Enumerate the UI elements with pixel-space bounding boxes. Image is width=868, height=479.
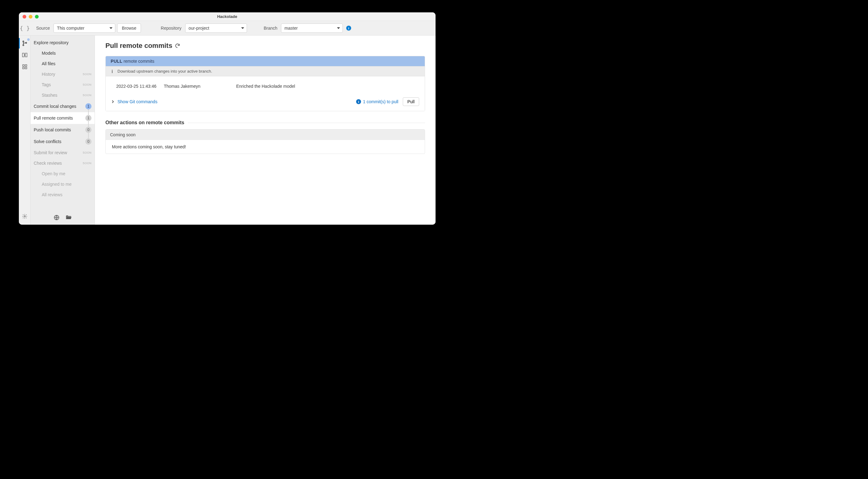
rail-git-icon[interactable] — [19, 37, 31, 49]
badge-push-count: 0 — [85, 127, 92, 133]
svg-point-3 — [23, 44, 24, 46]
nav-assigned-to-me: Assigned to me — [31, 179, 95, 189]
app-window: Hackolade { } Source This computer Brows… — [19, 12, 436, 225]
svg-text:i: i — [348, 26, 349, 30]
body: Explore repository Models All files Hist… — [19, 36, 436, 225]
svg-rect-7 — [23, 65, 24, 66]
svg-rect-8 — [25, 65, 27, 66]
svg-point-2 — [23, 41, 24, 42]
commits-to-pull-info: i 1 commit(s) to pull — [356, 99, 398, 104]
nav-solve-conflicts[interactable]: Solve conflicts 0 — [31, 136, 95, 148]
badge-commit-count: 1 — [85, 103, 92, 109]
source-select-value: This computer — [57, 26, 84, 31]
sidebar-bottom — [31, 211, 95, 225]
branch-label: Branch — [264, 26, 277, 31]
nav-explore[interactable]: Explore repository — [31, 37, 95, 48]
nav-tags: TagsSOON — [31, 79, 95, 90]
pull-button[interactable]: Pull — [403, 97, 419, 106]
source-select[interactable]: This computer — [54, 24, 115, 33]
top-toolbar: { } Source This computer Browse Reposito… — [19, 21, 436, 36]
coming-soon-body: More actions coming soon, stay tuned! — [106, 140, 425, 154]
svg-text:i: i — [358, 100, 359, 103]
badge-conflict-count: 0 — [85, 138, 92, 145]
coming-soon-panel: Coming soon More actions coming soon, st… — [105, 129, 425, 154]
minimize-window-button[interactable] — [29, 15, 32, 19]
pull-panel-header: PULL remote commits — [106, 56, 425, 66]
icon-rail — [19, 36, 31, 225]
browse-button[interactable]: Browse — [117, 24, 141, 33]
branch-info-icon[interactable]: i — [346, 25, 351, 31]
nav-history: HistorySOON — [31, 69, 95, 79]
nav-all-reviews: All reviews — [31, 189, 95, 200]
commit-author: Thomas Jakemeyn — [164, 84, 229, 89]
badge-pull-count: 1 — [85, 115, 92, 121]
nav-pull-remote[interactable]: Pull remote commits 1 — [31, 112, 95, 124]
svg-rect-9 — [23, 67, 24, 69]
other-actions-title: Other actions on remote commits — [105, 120, 425, 125]
info-circle-icon: i — [356, 99, 361, 104]
repository-label: Repository — [161, 26, 182, 31]
commit-row: 2022-03-25 11:43:46 Thomas Jakemeyn Enri… — [106, 76, 425, 94]
svg-point-13 — [112, 69, 113, 70]
nav-submit-review: Submit for reviewSOON — [31, 148, 95, 158]
info-icon — [110, 69, 114, 73]
repository-select-value: our-project — [189, 26, 209, 31]
nav-push-local[interactable]: Push local commits 0 — [31, 124, 95, 136]
titlebar: Hackolade — [19, 12, 436, 21]
pull-panel-body: 2022-03-25 11:43:46 Thomas Jakemeyn Enri… — [106, 76, 425, 111]
branch-select[interactable]: master — [281, 24, 343, 33]
commit-message: Enriched the Hackolade model — [236, 84, 295, 89]
window-controls — [23, 15, 39, 19]
source-label: Source — [36, 26, 50, 31]
braces-icon[interactable]: { } — [19, 25, 31, 32]
repository-select[interactable]: our-project — [185, 24, 247, 33]
branch-select-value: master — [284, 26, 298, 31]
globe-icon[interactable] — [54, 215, 60, 221]
nav-stashes: StashesSOON — [31, 90, 95, 100]
pull-panel: PULL remote commits Download upstream ch… — [105, 56, 425, 111]
svg-rect-10 — [25, 67, 27, 69]
sidebar: Explore repository Models All files Hist… — [31, 36, 95, 225]
svg-point-4 — [25, 42, 27, 43]
nav-all-files[interactable]: All files — [31, 58, 95, 69]
nav-commit-local[interactable]: Commit local changes 1 — [31, 100, 95, 112]
rail-settings-icon[interactable] — [19, 211, 31, 222]
svg-point-11 — [24, 216, 25, 217]
sidebar-nav: Explore repository Models All files Hist… — [31, 36, 95, 211]
nav-models[interactable]: Models — [31, 48, 95, 58]
coming-soon-header: Coming soon — [106, 129, 425, 140]
pull-panel-info: Download upstream changes into your acti… — [106, 66, 425, 76]
svg-rect-5 — [22, 53, 24, 57]
nav-open-by-me: Open by me — [31, 168, 95, 179]
nav-check-reviews: Check reviewsSOON — [31, 158, 95, 168]
page-title: Pull remote commits — [105, 42, 425, 50]
close-window-button[interactable] — [23, 15, 26, 19]
show-git-link[interactable]: Show Git commands — [118, 99, 157, 104]
svg-rect-14 — [112, 71, 113, 73]
refresh-icon[interactable] — [175, 43, 180, 49]
window-title: Hackolade — [217, 14, 237, 19]
folder-open-icon[interactable] — [65, 215, 72, 221]
rail-compare-icon[interactable] — [19, 49, 31, 61]
rail-grid-icon[interactable] — [19, 61, 31, 73]
notification-dot-icon — [27, 38, 30, 41]
pull-panel-footer: Show Git commands i 1 commit(s) to pull … — [106, 94, 425, 111]
maximize-window-button[interactable] — [35, 15, 39, 19]
main-content: Pull remote commits PULL remote commits … — [95, 36, 436, 225]
chevron-right-icon — [111, 100, 114, 103]
commit-date: 2022-03-25 11:43:46 — [116, 84, 156, 89]
